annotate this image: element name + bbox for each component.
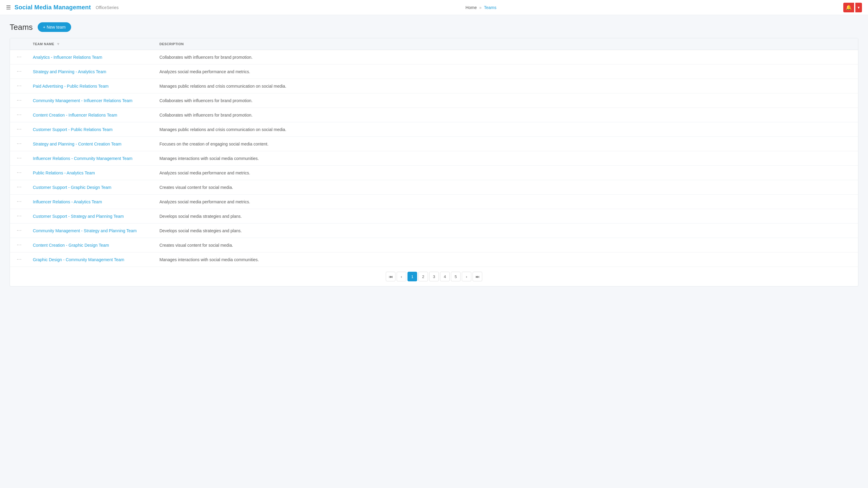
breadcrumb-separator: » [479, 5, 482, 10]
pagination-page-5[interactable]: 5 [451, 272, 461, 281]
row-description: Focuses on the creation of engaging soci… [155, 137, 858, 151]
table-row: ⋮Customer Support - Public Relations Tea… [10, 122, 858, 137]
row-context-menu-button[interactable]: ⋮ [16, 112, 22, 118]
row-context-menu-button[interactable]: ⋮ [16, 127, 22, 132]
team-name-link[interactable]: Influencer Relations - Community Managem… [33, 156, 132, 161]
row-menu-cell: ⋮ [10, 50, 28, 64]
team-name-link[interactable]: Influencer Relations - Analytics Team [33, 199, 102, 204]
row-menu-cell: ⋮ [10, 253, 28, 267]
team-name-link[interactable]: Content Creation - Graphic Design Team [33, 243, 109, 248]
row-menu-cell: ⋮ [10, 108, 28, 122]
row-menu-cell: ⋮ [10, 180, 28, 195]
row-team-name: Influencer Relations - Community Managem… [28, 151, 155, 166]
row-menu-cell: ⋮ [10, 195, 28, 209]
table-row: ⋮Customer Support - Strategy and Plannin… [10, 209, 858, 224]
pagination-row: ⏮‹12345›⏭ [10, 267, 858, 287]
team-name-link[interactable]: Customer Support - Strategy and Planning… [33, 214, 124, 219]
row-context-menu-button[interactable]: ⋮ [16, 156, 22, 161]
team-name-link[interactable]: Analytics - Influencer Relations Team [33, 55, 102, 60]
row-context-menu-button[interactable]: ⋮ [16, 257, 22, 262]
team-name-link[interactable]: Community Management - Influencer Relati… [33, 98, 132, 103]
pagination-first-button[interactable]: ⏮ [386, 272, 396, 281]
row-description: Creates visual content for social media. [155, 238, 858, 253]
team-name-link[interactable]: Graphic Design - Community Management Te… [33, 257, 124, 262]
notification-button[interactable]: 🔔 [843, 3, 854, 12]
row-team-name: Paid Advertising - Public Relations Team [28, 79, 155, 93]
team-name-link[interactable]: Community Management - Strategy and Plan… [33, 228, 136, 233]
pagination: ⏮‹12345›⏭ [386, 272, 482, 281]
row-description: Analyzes social media performance and me… [155, 195, 858, 209]
team-name-link[interactable]: Customer Support - Graphic Design Team [33, 185, 111, 190]
row-context-menu-button[interactable]: ⋮ [16, 214, 22, 219]
table-row: ⋮Customer Support - Graphic Design TeamC… [10, 180, 858, 195]
row-description: Manages interactions with social media c… [155, 253, 858, 267]
row-team-name: Public Relations - Analytics Team [28, 166, 155, 180]
row-context-menu-button[interactable]: ⋮ [16, 84, 22, 89]
table-row: ⋮Graphic Design - Community Management T… [10, 253, 858, 267]
row-context-menu-button[interactable]: ⋮ [16, 242, 22, 248]
team-name-link[interactable]: Paid Advertising - Public Relations Team [33, 84, 108, 89]
team-name-link[interactable]: Strategy and Planning - Content Creation… [33, 141, 121, 147]
row-description: Collaborates with influencers for brand … [155, 108, 858, 122]
header-right: 🔔 ▼ [843, 3, 862, 12]
row-description: Develops social media strategies and pla… [155, 224, 858, 238]
team-name-link[interactable]: Content Creation - Influencer Relations … [33, 113, 117, 118]
table-body: ⋮Analytics - Influencer Relations TeamCo… [10, 50, 858, 287]
row-team-name: Community Management - Strategy and Plan… [28, 224, 155, 238]
app-subtitle: OfficeSeries [96, 5, 119, 10]
page-title: Teams [10, 23, 33, 32]
hamburger-icon[interactable]: ☰ [6, 4, 11, 11]
team-name-link[interactable]: Customer Support - Public Relations Team [33, 127, 113, 132]
teams-table-container: TEAM NAME ▿ DESCRIPTION ⋮Analytics - Inf… [10, 38, 858, 287]
header-dropdown-button[interactable]: ▼ [855, 3, 862, 12]
pagination-next-button[interactable]: › [462, 272, 471, 281]
pagination-page-3[interactable]: 3 [429, 272, 439, 281]
filter-icon[interactable]: ▿ [57, 42, 59, 46]
nav-home[interactable]: Home [466, 5, 477, 10]
row-team-name: Strategy and Planning - Analytics Team [28, 64, 155, 79]
row-menu-cell: ⋮ [10, 151, 28, 166]
main-content: Teams + New team TEAM NAME ▿ DESCRIPTION… [0, 15, 868, 294]
row-team-name: Strategy and Planning - Content Creation… [28, 137, 155, 151]
row-team-name: Content Creation - Influencer Relations … [28, 108, 155, 122]
app-header: ☰ Social Media Management OfficeSeries H… [0, 0, 868, 15]
row-menu-cell: ⋮ [10, 122, 28, 137]
row-context-menu-button[interactable]: ⋮ [16, 69, 22, 74]
row-description: Develops social media strategies and pla… [155, 209, 858, 224]
pagination-page-1[interactable]: 1 [407, 272, 417, 281]
table-row: ⋮Analytics - Influencer Relations TeamCo… [10, 50, 858, 64]
row-context-menu-button[interactable]: ⋮ [16, 141, 22, 147]
table-row: ⋮Community Management - Influencer Relat… [10, 93, 858, 108]
table-header: TEAM NAME ▿ DESCRIPTION [10, 38, 858, 50]
pagination-page-4[interactable]: 4 [440, 272, 450, 281]
row-description: Collaborates with influencers for brand … [155, 93, 858, 108]
row-context-menu-button[interactable]: ⋮ [16, 228, 22, 233]
table-row: ⋮Influencer Relations - Community Manage… [10, 151, 858, 166]
pagination-last-button[interactable]: ⏭ [472, 272, 482, 281]
row-context-menu-button[interactable]: ⋮ [16, 98, 22, 103]
row-team-name: Customer Support - Strategy and Planning… [28, 209, 155, 224]
new-team-button[interactable]: + New team [38, 22, 71, 32]
row-context-menu-button[interactable]: ⋮ [16, 199, 22, 204]
row-team-name: Content Creation - Graphic Design Team [28, 238, 155, 253]
row-description: Manages public relations and crisis comm… [155, 79, 858, 93]
row-team-name: Analytics - Influencer Relations Team [28, 50, 155, 64]
team-name-link[interactable]: Strategy and Planning - Analytics Team [33, 69, 106, 74]
row-team-name: Community Management - Influencer Relati… [28, 93, 155, 108]
row-context-menu-button[interactable]: ⋮ [16, 55, 22, 60]
row-description: Collaborates with influencers for brand … [155, 50, 858, 64]
row-description: Analyzes social media performance and me… [155, 64, 858, 79]
pagination-prev-button[interactable]: ‹ [397, 272, 406, 281]
col-header-desc: DESCRIPTION [155, 38, 858, 50]
table-row: ⋮Strategy and Planning - Content Creatio… [10, 137, 858, 151]
page-header: Teams + New team [10, 22, 858, 32]
row-context-menu-button[interactable]: ⋮ [16, 185, 22, 190]
row-context-menu-button[interactable]: ⋮ [16, 170, 22, 175]
row-team-name: Customer Support - Public Relations Team [28, 122, 155, 137]
table-row: ⋮Content Creation - Influencer Relations… [10, 108, 858, 122]
row-description: Manages interactions with social media c… [155, 151, 858, 166]
team-name-link[interactable]: Public Relations - Analytics Team [33, 170, 95, 175]
app-title: Social Media Management [14, 4, 91, 11]
pagination-cell: ⏮‹12345›⏭ [10, 267, 858, 287]
pagination-page-2[interactable]: 2 [418, 272, 428, 281]
